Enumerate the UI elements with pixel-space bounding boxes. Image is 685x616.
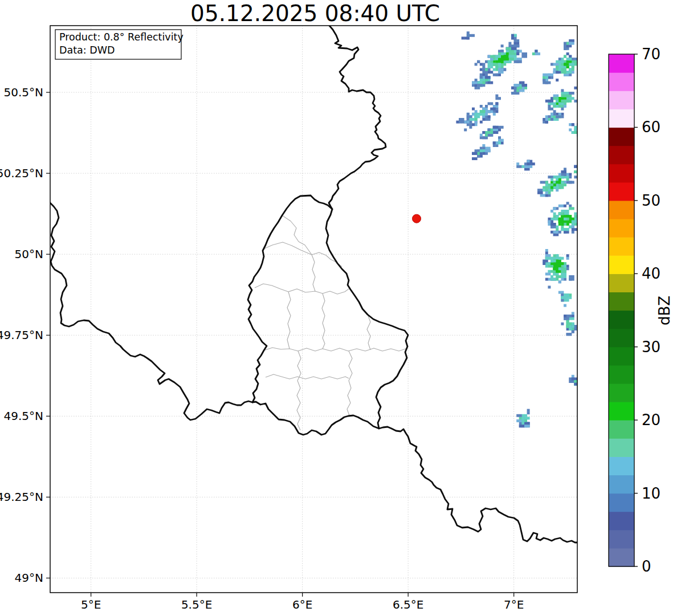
radar-cell: [459, 118, 462, 121]
radar-cell: [475, 157, 478, 160]
radar-cell: [574, 87, 577, 89]
radar-cell: [514, 60, 517, 63]
radar-cell: [493, 131, 496, 134]
radar-cell: [561, 71, 564, 74]
radar-cell: [566, 92, 569, 95]
radar-cell: [480, 76, 483, 79]
radar-cell: [490, 63, 493, 66]
radar-cell: [485, 74, 488, 76]
radar-cell: [516, 84, 519, 87]
colorbar-tick-label: 20: [642, 411, 660, 429]
radar-cell: [553, 183, 556, 186]
radar-cell: [556, 100, 558, 103]
y-tick-label: 49.75°N: [0, 328, 43, 342]
radar-cell: [543, 189, 545, 191]
radar-cell: [564, 293, 566, 296]
radar-cell: [561, 291, 564, 294]
radar-cell: [564, 210, 566, 213]
radar-cell: [501, 50, 504, 52]
radar-cell: [566, 210, 569, 213]
radar-cell: [574, 100, 577, 103]
radar-cell: [543, 81, 545, 84]
radar-cell: [485, 71, 488, 74]
radar-cell: [472, 81, 475, 84]
radar-cell: [580, 220, 582, 223]
radar-cell: [482, 63, 485, 66]
radar-cell: [572, 71, 574, 74]
radar-cell: [551, 178, 553, 181]
radar-cell: [566, 178, 569, 181]
radar-cell: [558, 218, 561, 221]
radar-cell: [566, 296, 569, 299]
radar-cell: [535, 52, 537, 55]
radar-cell: [561, 270, 564, 273]
radar-cell: [537, 189, 540, 191]
product-label: Product: 0.8° Reflectivity: [59, 31, 184, 43]
radar-cell: [574, 223, 577, 226]
radar-cell: [488, 102, 491, 105]
radar-cell: [485, 105, 488, 108]
radar-cell: [569, 100, 572, 103]
radar-cell: [558, 270, 561, 273]
radar-cell: [556, 218, 558, 221]
radar-cell: [532, 52, 535, 55]
radar-cell: [488, 128, 491, 131]
radar-cell: [558, 68, 561, 71]
radar-cell: [556, 115, 558, 118]
radar-cell: [477, 154, 480, 157]
radar-cell: [566, 95, 569, 97]
radar-cell: [561, 176, 564, 178]
radar-cell: [548, 189, 551, 191]
radar-cell: [569, 97, 572, 100]
radar-cell: [506, 52, 509, 55]
radar-cell: [553, 97, 556, 100]
radar-cell: [553, 63, 556, 66]
radar-cell: [574, 218, 577, 221]
radar-cell: [574, 383, 577, 386]
data-source-label: Data: DWD: [59, 44, 115, 56]
radar-cell: [488, 115, 491, 118]
radar-cell: [472, 152, 475, 155]
colorbar-tick-label: 10: [642, 485, 660, 502]
radar-cell: [548, 176, 551, 178]
radar-cell: [572, 92, 574, 95]
radar-cell: [545, 191, 548, 194]
radar-cell: [558, 183, 561, 186]
radar-cell: [561, 102, 564, 105]
radar-cell: [561, 275, 564, 278]
radar-cell: [488, 110, 491, 113]
radar-cell: [556, 228, 558, 231]
radar-cell: [493, 63, 496, 66]
radar-cell: [569, 71, 572, 74]
radar-cell: [564, 278, 566, 281]
radar-cell: [572, 315, 574, 317]
radar-cell: [511, 34, 514, 37]
radar-cell: [475, 152, 478, 155]
radar-cell: [524, 425, 527, 427]
radar-cell: [558, 262, 561, 265]
radar-cell: [543, 76, 545, 79]
radar-cell: [580, 173, 582, 176]
radar-cell: [495, 66, 498, 68]
radar-cell: [574, 213, 577, 215]
colorbar-cell: [609, 127, 634, 146]
radar-cell: [482, 152, 485, 155]
radar-cell: [564, 63, 566, 66]
radar-cell: [516, 162, 519, 165]
radar-cell: [556, 259, 558, 262]
radar-cell: [553, 115, 556, 118]
radar-cell: [569, 218, 572, 221]
radar-cell: [569, 95, 572, 97]
radar-cell: [561, 323, 564, 325]
radar-cell: [564, 275, 566, 278]
radar-cell: [572, 58, 574, 60]
radar-cell: [561, 272, 564, 275]
radar-cell: [556, 257, 558, 260]
radar-cell: [490, 66, 493, 68]
radar-cell: [475, 121, 478, 124]
radar-cell: [551, 74, 553, 76]
radar-cell: [527, 411, 530, 414]
radar-cell: [566, 223, 569, 226]
radar-cell: [572, 218, 574, 221]
radar-cell: [569, 315, 572, 317]
